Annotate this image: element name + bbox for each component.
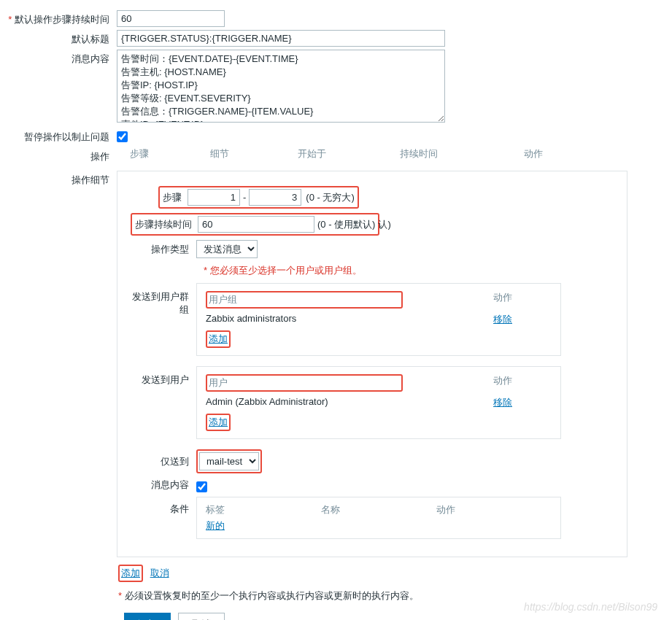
step-duration-hint: (0 - 使用默认): [317, 218, 375, 231]
operation-details-box: 步骤 - (0 - 无穷大) 步骤持续时间 (0 - 使用默认) 认) 操作类型: [117, 171, 627, 557]
cond-tag-header: 标签: [206, 503, 321, 516]
cond-action-header: 动作: [436, 503, 552, 516]
op-add-link[interactable]: 添加: [121, 567, 140, 578]
step-hint: (0 - 无穷大): [306, 191, 354, 204]
ops-col-start: 开始于: [298, 147, 400, 160]
ops-col-step: 步骤: [130, 147, 210, 160]
user-remove-link[interactable]: 移除: [493, 397, 512, 408]
step-duration-input[interactable]: [198, 216, 314, 233]
step-duration-label: 步骤持续时间: [135, 218, 198, 231]
default-subject-label: 默认标题: [0, 30, 117, 46]
ops-col-action: 动作: [524, 147, 543, 160]
send-user-label: 发送到用户: [131, 366, 196, 387]
cond-label: 条件: [131, 497, 196, 516]
default-step-duration-label: 默认操作步骤持续时间: [0, 10, 117, 26]
group-remove-link[interactable]: 移除: [493, 314, 512, 325]
recovery-note: 必须设置恢复时的至少一个执行内容或执行内容或更新时的执行内容。: [125, 590, 419, 601]
pause-ops-checkbox[interactable]: [117, 131, 128, 142]
user-header: 用户: [206, 374, 403, 392]
send-only-label: 仅送到: [131, 455, 196, 468]
operation-details-label: 操作细节: [0, 171, 117, 187]
operations-label: 操作: [0, 147, 117, 163]
step-to-input[interactable]: [249, 189, 301, 206]
message-textarea[interactable]: [117, 50, 445, 123]
send-only-select[interactable]: mail-test: [199, 452, 259, 470]
user-add-link[interactable]: 添加: [209, 416, 228, 427]
msg-content-checkbox[interactable]: [196, 481, 207, 492]
cond-new-link[interactable]: 新的: [206, 520, 225, 531]
message-label: 消息内容: [0, 50, 117, 66]
user-action-header: 动作: [493, 374, 552, 392]
cancel-button[interactable]: 取消: [178, 613, 225, 620]
add-button[interactable]: 添加: [124, 613, 171, 620]
ops-col-detail: 细节: [210, 147, 298, 160]
default-subject-input[interactable]: [117, 30, 445, 47]
watermark: https://blog.csdn.net/Bilson99: [524, 601, 657, 613]
group-add-link[interactable]: 添加: [209, 333, 228, 344]
step-from-input[interactable]: [188, 189, 240, 206]
op-cancel-link[interactable]: 取消: [150, 567, 169, 578]
must-select-note: 您必须至少选择一个用户或用户组。: [204, 264, 614, 277]
user-group-action-header: 动作: [493, 291, 552, 309]
cond-name-header: 名称: [321, 503, 436, 516]
msg-content-label: 消息内容: [131, 478, 196, 492]
send-group-label: 发送到用户群组: [131, 283, 196, 317]
user-row: Admin (Zabbix Administrator): [206, 396, 493, 409]
default-step-duration-input[interactable]: [117, 10, 225, 27]
op-type-select[interactable]: 发送消息: [196, 240, 258, 258]
user-group-header: 用户组: [206, 291, 403, 309]
pause-ops-label: 暂停操作以制止问题: [0, 128, 117, 144]
user-group-box: 用户组 动作 Zabbix administrators 移除 添加: [196, 283, 561, 356]
op-type-label: 操作类型: [131, 243, 196, 256]
user-box: 用户 动作 Admin (Zabbix Administrator) 移除 添加: [196, 366, 561, 439]
ops-col-duration: 持续时间: [400, 147, 524, 160]
cond-box: 标签 名称 动作 新的: [196, 497, 561, 539]
step-label: 步骤: [163, 191, 188, 204]
user-group-row: Zabbix administrators: [206, 313, 493, 326]
